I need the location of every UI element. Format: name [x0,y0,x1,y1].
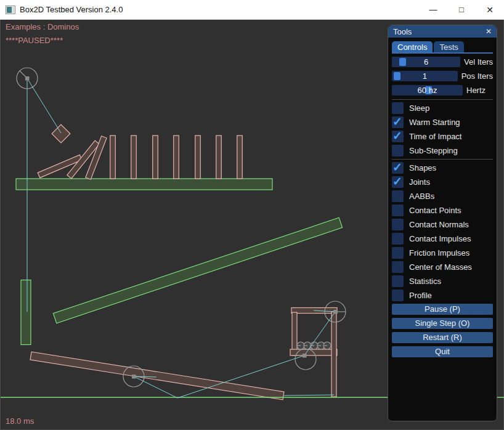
tools-close-icon[interactable]: ✕ [486,27,492,36]
checkbox-box[interactable]: ✓ [392,131,404,142]
vel-iters-slider-row: 6Vel Iters [392,57,493,67]
minimize-button[interactable]: — [419,0,447,20]
example-caption: Examples : Dominos [6,22,79,31]
checkbox-box[interactable]: ✓ [392,176,404,188]
dynamic-body [110,136,116,179]
checkbox-profile[interactable]: Profile [392,290,493,301]
checkbox-box[interactable] [392,233,404,245]
checkbox-label: Contact Normals [409,220,469,229]
checkbox-statistics[interactable]: Statistics [392,275,493,287]
vel-iters-slider[interactable]: 6 [392,57,460,67]
frame-time: 18.0 ms [6,416,34,426]
slider-value: 1 [392,71,458,81]
app-icon [6,5,15,15]
checkbox-box[interactable] [392,145,404,156]
checkbox-center-of-masses[interactable]: Center of Masses [392,261,493,273]
tools-panel-title: Tools [393,27,412,36]
physics-canvas[interactable]: Examples : Dominos ****PAUSED**** 18.0 m… [0,20,504,430]
checkbox-box[interactable] [392,290,404,301]
single-step-o-button[interactable]: Single Step (O) [392,318,493,329]
hertz-slider-row: 60 hzHertz [392,85,493,95]
app-window: { "window": { "title": "Box2D Testbed Ve… [0,0,504,430]
checkbox-box[interactable] [392,190,404,202]
check-icon: ✓ [392,115,402,129]
checkbox-box[interactable] [392,275,404,287]
slider-label: Hertz [466,86,486,95]
slider-value: 60 hz [392,85,463,95]
checkbox-label: Shapes [409,163,436,172]
tab-tests[interactable]: Tests [434,41,463,52]
tools-panel: Tools ✕ ControlsTests 6Vel Iters1Pos Ite… [388,25,497,421]
checkbox-box[interactable] [392,247,404,259]
joint-line [284,395,334,396]
window-controls: — □ ✕ [419,0,504,20]
checkbox-box[interactable] [392,219,404,230]
checkbox-box[interactable] [392,205,404,216]
checkbox-aabbs[interactable]: AABBs [392,190,493,202]
checkbox-contact-points[interactable]: Contact Points [392,205,493,216]
paused-indicator: ****PAUSED**** [6,36,63,45]
restart-r-button[interactable]: Restart (R) [392,332,493,343]
checkbox-shapes[interactable]: ✓Shapes [392,162,493,174]
checkbox-box[interactable] [392,102,404,114]
checkbox-label: Contact Points [409,206,461,215]
checkbox-joints[interactable]: ✓Joints [392,176,493,188]
static-body [16,179,272,190]
checkbox-box[interactable]: ✓ [392,162,404,174]
window-titlebar: Box2D Testbed Version 2.4.0 — □ ✕ [0,0,504,20]
hertz-slider[interactable]: 60 hz [392,85,463,95]
quit-button[interactable]: Quit [392,346,493,357]
window-title: Box2D Testbed Version 2.4.0 [20,5,123,14]
draw-checkboxes: ✓Shapes✓JointsAABBsContact PointsContact… [392,162,493,301]
checkbox-warm-starting[interactable]: ✓Warm Starting [392,116,493,128]
solver-checkboxes: Sleep✓Warm Starting✓Time of ImpactSub-St… [392,102,493,156]
dynamic-body [131,136,137,179]
joint-anchor [132,375,136,379]
checkbox-label: AABBs [409,192,434,201]
checkbox-label: Contact Impulses [409,234,471,243]
close-button[interactable]: ✕ [476,0,504,20]
checkbox-label: Statistics [409,277,441,286]
iteration-sliders: 6Vel Iters1Pos Iters60 hzHertz [392,57,493,95]
checkbox-label: Sleep [409,103,429,113]
action-buttons: Pause (P)Single Step (O)Restart (R)Quit [392,304,493,357]
tools-panel-content: ControlsTests 6Vel Iters1Pos Iters60 hzH… [388,41,497,357]
checkbox-box[interactable] [392,261,404,273]
joint-anchor [303,354,307,358]
checkbox-friction-impulses[interactable]: Friction Impulses [392,247,493,259]
dynamic-body [174,136,179,179]
checkbox-box[interactable]: ✓ [392,116,404,128]
maximize-button[interactable]: □ [447,0,476,20]
separator [392,99,493,100]
separator [392,159,493,160]
slider-label: Pos Iters [461,71,493,81]
tab-underline [392,52,493,54]
dynamic-body [331,312,336,397]
checkbox-label: Center of Masses [409,262,472,272]
pos-iters-slider-row: 1Pos Iters [392,71,493,81]
checkbox-label: Time of Impact [409,132,461,141]
slider-label: Vel Iters [464,57,493,67]
joint-anchor [25,76,30,81]
checkbox-time-of-impact[interactable]: ✓Time of Impact [392,131,493,142]
tab-controls[interactable]: Controls [392,41,433,52]
check-icon: ✓ [392,129,402,143]
checkbox-sub-stepping[interactable]: Sub-Stepping [392,145,493,156]
checkbox-contact-impulses[interactable]: Contact Impulses [392,233,493,245]
dynamic-body [153,136,158,179]
dynamic-body [195,136,201,179]
checkbox-label: Friction Impulses [409,248,469,258]
pos-iters-slider[interactable]: 1 [392,71,458,81]
tools-panel-header[interactable]: Tools ✕ [388,25,497,38]
checkbox-label: Sub-Stepping [409,146,458,155]
dynamic-body [237,136,243,179]
checkbox-label: Profile [409,291,432,300]
joint-anchor [333,310,338,314]
pause-p-button[interactable]: Pause (P) [392,304,493,315]
checkbox-label: Warm Starting [409,118,460,127]
checkbox-contact-normals[interactable]: Contact Normals [392,219,493,230]
dynamic-body [216,136,222,179]
joint-line [27,78,61,133]
checkbox-sleep[interactable]: Sleep [392,102,493,114]
check-icon: ✓ [392,174,402,189]
